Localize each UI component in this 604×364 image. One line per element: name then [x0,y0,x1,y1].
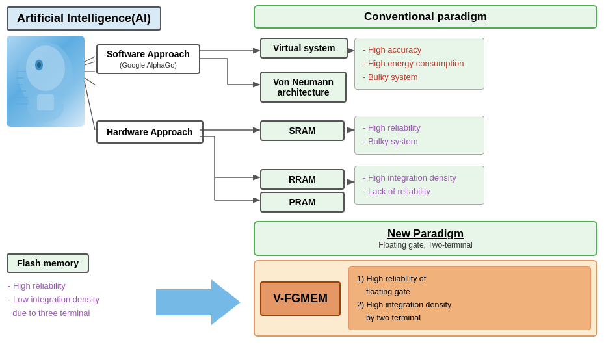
vfgmem-desc: 1) High reliability of floating gate2) H… [348,266,591,330]
vfgmem-area: V-FGMEM 1) High reliability of floating … [254,260,597,337]
svg-line-27 [85,62,95,65]
ai-face-image [7,36,85,127]
flash-memory-desc: - High reliability- Low integration dens… [8,280,99,320]
software-approach-box: Software Approach (Google AlphaGo) [96,44,200,74]
sram-box: SRAM [260,120,345,141]
conventional-title: Conventional paradigm [364,10,487,23]
big-arrow [156,280,241,328]
virtual-system-desc: - High accuracy- High energy consumption… [354,38,484,90]
new-paradigm-title: New Paradigm [263,228,588,240]
svg-line-30 [85,81,95,130]
flash-memory-box: Flash memory [7,254,89,273]
new-paradigm-subtitle: Floating gate, Two-terminal [263,240,588,250]
main-container: Artificial Intelligence(AI) Conventional… [0,0,604,364]
pram-box: PRAM [260,192,345,213]
svg-line-26 [85,57,95,62]
von-neumann-box: Von Neumannarchitecture [260,72,347,103]
hardware-approach-box: Hardware Approach [96,120,204,144]
hardware-approach-label: Hardware Approach [107,127,193,137]
software-approach-label: Software Approach [107,49,190,59]
rram-box: RRAM [260,169,345,190]
svg-point-3 [37,62,41,68]
svg-rect-11 [37,94,54,110]
svg-marker-12 [156,280,241,325]
sram-desc: - High reliability- Bulky system [354,116,484,155]
svg-line-29 [85,78,95,84]
rram-pram-desc: - High integration density- Lack of reli… [354,166,484,205]
vfgmem-box: V-FGMEM [260,281,341,316]
ai-title: Artificial Intelligence(AI) [7,6,161,31]
virtual-system-box: Virtual system [260,38,348,58]
svg-point-1 [26,46,65,91]
conventional-paradigm-box: Conventional paradigm [254,5,597,29]
software-approach-sublabel: (Google AlphaGo) [120,61,177,69]
new-paradigm-box: New Paradigm Floating gate, Two-terminal [254,221,597,256]
